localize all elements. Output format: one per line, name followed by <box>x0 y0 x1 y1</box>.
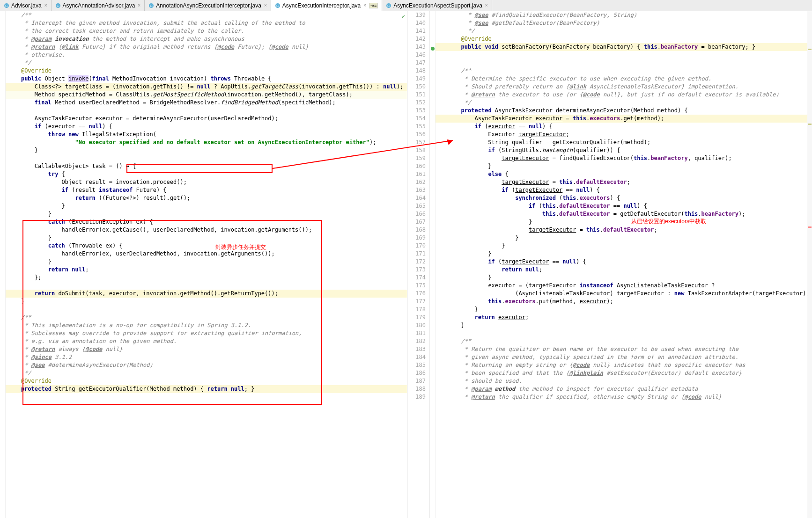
code-line[interactable]: synchronized (this.executors) { <box>436 194 812 202</box>
code-line[interactable]: * been specified and that the {@linkplai… <box>436 369 812 377</box>
code-line[interactable]: * Returning an empty string or {@code nu… <box>436 361 812 369</box>
code-line[interactable]: @Override <box>436 35 812 43</box>
error-stripe[interactable] <box>807 11 812 518</box>
editor-tab[interactable]: CAnnotationAsyncExecutionInterceptor.jav… <box>145 0 271 11</box>
fold-column[interactable]: ↑ <box>430 11 436 518</box>
code-line[interactable]: } <box>436 234 812 242</box>
code-line[interactable]: String qualifier = getExecutorQualifier(… <box>436 139 812 146</box>
code-line[interactable]: return ((Future<?>) result).get(); <box>6 194 407 202</box>
code-line[interactable] <box>436 51 812 59</box>
code-line[interactable]: final Method userDeclaredMethod = Bridge… <box>6 99 407 107</box>
code-line[interactable]: * @return always {@code null} <box>6 345 407 353</box>
code-line[interactable]: @Override <box>6 377 407 385</box>
code-line[interactable]: this.executors.put(method, executor); <box>436 298 812 306</box>
code-line[interactable]: * should be used. <box>436 377 812 385</box>
code-line[interactable]: AsyncTaskExecutor executor = this.execut… <box>436 115 812 123</box>
code-line[interactable]: return doSubmit(task, executor, invocati… <box>6 290 407 298</box>
code-line[interactable]: handleError(ex, userDeclaredMethod, invo… <box>6 250 407 258</box>
close-icon[interactable]: × <box>138 3 140 8</box>
code-line[interactable]: public Object invoke(final MethodInvocat… <box>6 75 407 83</box>
code-line[interactable]: return null; <box>6 266 407 274</box>
code-line[interactable]: catch (ExecutionException ex) { <box>6 218 407 226</box>
code-line[interactable]: } <box>6 202 407 210</box>
code-line[interactable] <box>6 306 407 314</box>
code-line[interactable]: @Override <box>6 67 407 75</box>
code-line[interactable]: * otherwise. <box>6 51 407 59</box>
code-line[interactable]: if (executor == null) { <box>436 123 812 131</box>
code-line[interactable]: } <box>6 258 407 266</box>
code-line[interactable]: */ <box>436 99 812 107</box>
code-line[interactable]: protected AsyncTaskExecutor determineAsy… <box>436 107 812 115</box>
code-line[interactable]: * the correct task executor and return i… <box>6 27 407 35</box>
code-line[interactable]: public void setBeanFactory(BeanFactory b… <box>436 43 812 51</box>
code-line[interactable]: * @return {@link Future} if the original… <box>6 43 407 51</box>
code-line[interactable]: this.defaultExecutor = getDefaultExecuto… <box>436 210 812 218</box>
code-line[interactable]: */ <box>6 59 407 67</box>
code-line[interactable]: * @param method the method to inspect fo… <box>436 385 812 393</box>
editor-tab[interactable]: CAsyncExecutionInterceptor.java×⇥≡ <box>271 0 383 11</box>
code-line[interactable]: Method specificMethod = ClassUtils.getMo… <box>6 91 407 99</box>
code-line[interactable] <box>6 154 407 162</box>
code-line[interactable]: /** <box>6 11 407 19</box>
code-line[interactable] <box>436 329 812 337</box>
code-line[interactable]: catch (Throwable ex) { <box>6 242 407 250</box>
code-line[interactable]: } <box>6 234 407 242</box>
code-line[interactable]: else { <box>436 170 812 178</box>
code-line[interactable]: try { <box>6 170 407 178</box>
code-line[interactable]: targetExecutor = this.defaultExecutor; <box>436 226 812 234</box>
code-line[interactable]: } <box>6 298 407 306</box>
code-line[interactable]: (AsyncListenableTaskExecutor) targetExec… <box>436 290 812 298</box>
code-line[interactable]: * Should preferably return an {@link Asy… <box>436 83 812 91</box>
close-icon[interactable]: × <box>264 3 267 8</box>
code-line[interactable]: * @param invocation the method to interc… <box>6 35 407 43</box>
code-line[interactable]: if (StringUtils.hasLength(qualifier)) { <box>436 146 812 154</box>
code-line[interactable]: /** <box>6 314 407 321</box>
code-line[interactable]: */ <box>436 27 812 35</box>
code-line[interactable]: } <box>6 146 407 154</box>
code-line[interactable]: */ <box>6 369 407 377</box>
override-marker-icon[interactable] <box>431 47 435 51</box>
code-line[interactable]: * This implementation is a no-op for com… <box>6 321 407 329</box>
code-line[interactable]: * @see #findQualifiedExecutor(BeanFactor… <box>436 11 812 19</box>
code-line[interactable]: handleError(ex.getCause(), userDeclaredM… <box>6 226 407 234</box>
code-line[interactable] <box>6 282 407 290</box>
code-line[interactable]: * @return the qualifier if specified, ot… <box>436 393 812 401</box>
code-line[interactable] <box>436 59 812 67</box>
code-line[interactable]: throw new IllegalStateException( <box>6 131 407 139</box>
fold-column[interactable] <box>0 11 6 518</box>
code-line[interactable]: "No executor specified and no default ex… <box>6 139 407 146</box>
code-line[interactable]: * @since 3.1.2 <box>6 353 407 361</box>
code-line[interactable]: Object result = invocation.proceed(); <box>6 178 407 186</box>
code-line[interactable]: } <box>436 242 812 250</box>
code-line[interactable]: targetExecutor = findQualifiedExecutor(t… <box>436 154 812 162</box>
code-line[interactable]: Class<?> targetClass = (invocation.getTh… <box>6 83 407 91</box>
code-line[interactable]: if (this.defaultExecutor == null) { <box>436 202 812 210</box>
code-line[interactable]: targetExecutor = this.defaultExecutor; <box>436 178 812 186</box>
code-line[interactable]: Executor targetExecutor; <box>436 131 812 139</box>
code-line[interactable]: * e.g. via an annotation on the given me… <box>6 337 407 345</box>
code-line[interactable]: return null; <box>436 266 812 274</box>
editor-tab[interactable]: CAsyncAnnotationAdvisor.java× <box>52 0 145 11</box>
code-line[interactable]: /** <box>436 67 812 75</box>
code-line[interactable]: * Subclasses may override to provide sup… <box>6 329 407 337</box>
close-icon[interactable]: × <box>44 3 47 8</box>
code-line[interactable]: AsyncTaskExecutor executor = determineAs… <box>6 115 407 123</box>
code-line[interactable]: if (executor == null) { <box>6 123 407 131</box>
code-line[interactable]: }; <box>6 274 407 282</box>
code-area-left[interactable]: ✔ /** * Intercept the given method invoc… <box>6 11 407 518</box>
code-line[interactable]: * Intercept the given method invocation,… <box>6 19 407 27</box>
code-line[interactable]: * Determine the specific executor to use… <box>436 75 812 83</box>
code-area-right[interactable]: * @see #findQualifiedExecutor(BeanFactor… <box>436 11 812 518</box>
code-line[interactable]: return executor; <box>436 314 812 321</box>
code-line[interactable]: * @see #determineAsyncExecutor(Method) <box>6 361 407 369</box>
close-icon[interactable]: × <box>363 3 366 8</box>
code-line[interactable]: } <box>436 162 812 170</box>
code-line[interactable] <box>6 107 407 115</box>
code-line[interactable]: } <box>436 218 812 226</box>
close-icon[interactable]: × <box>485 3 488 8</box>
code-line[interactable]: * given async method, typically specifie… <box>436 353 812 361</box>
code-line[interactable]: if (targetExecutor == null) { <box>436 258 812 266</box>
code-line[interactable]: if (targetExecutor == null) { <box>436 186 812 194</box>
code-line[interactable]: if (result instanceof Future) { <box>6 186 407 194</box>
code-line[interactable]: } <box>436 250 812 258</box>
